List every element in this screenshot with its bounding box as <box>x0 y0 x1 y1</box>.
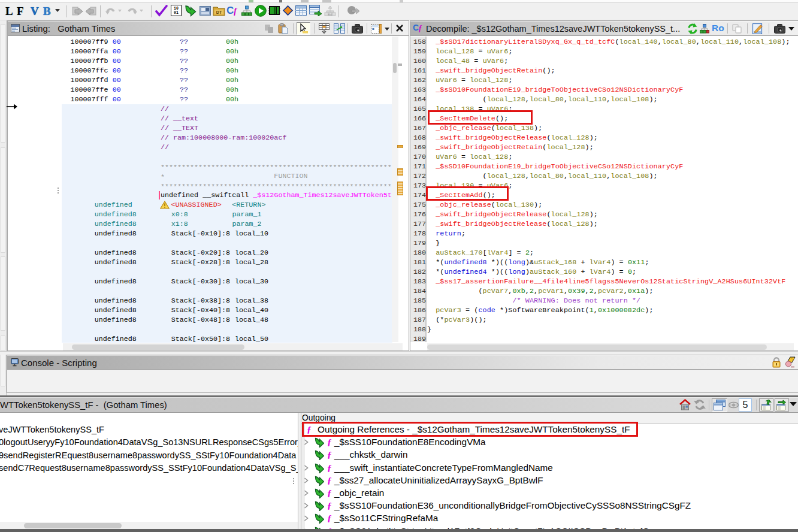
svg-text:abc: abc <box>328 13 332 16</box>
svg-text:DT: DT <box>216 10 222 14</box>
